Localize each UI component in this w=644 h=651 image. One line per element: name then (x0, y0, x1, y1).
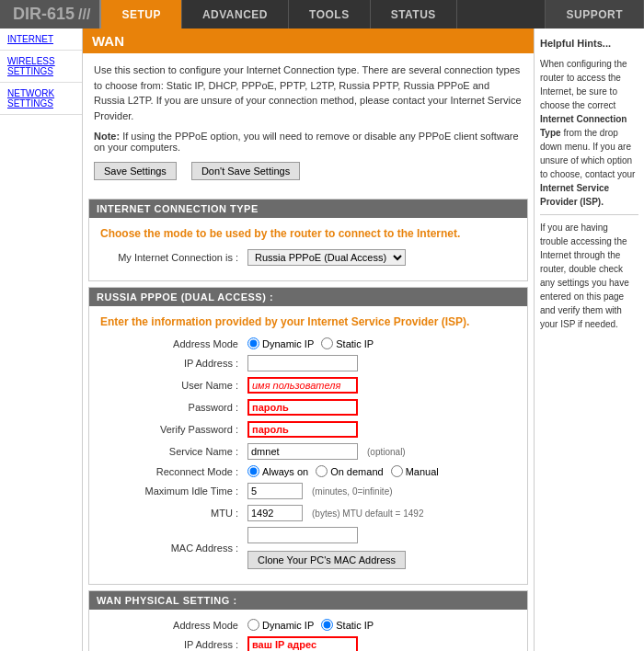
tab-status[interactable]: STATUS (371, 0, 457, 29)
pppoe-reconnect-label: Reconnect Mode : (100, 466, 247, 477)
wps-ip-input[interactable] (247, 636, 358, 651)
pppoe-address-mode-label: Address Mode (100, 338, 247, 349)
connection-type-label: My Internet Connection is : (100, 252, 247, 263)
pppoe-verify-password-label: Verify Password : (100, 424, 247, 435)
pppoe-password-input[interactable] (247, 399, 358, 416)
ict-section-header: INTERNET CONNECTION TYPE (89, 200, 527, 218)
wps-address-mode-label: Address Mode (100, 620, 247, 631)
note-text: Note: If using the PPPoE option, you wil… (94, 131, 523, 153)
dont-save-settings-button[interactable]: Don't Save Settings (191, 162, 300, 180)
device-logo-lines: /// (78, 6, 90, 23)
sidebar-item-network[interactable]: NETWORK SETTINGS (0, 83, 82, 115)
wps-static-radio[interactable]: Static IP (321, 619, 374, 631)
support-panel: Helpful Hints... When configuring the ro… (534, 29, 644, 651)
pppoe-username-input[interactable] (247, 377, 358, 394)
pppoe-username-label: User Name : (100, 380, 247, 391)
save-settings-button[interactable]: Save Settings (94, 162, 177, 180)
pppoe-mtu-input[interactable] (247, 505, 303, 521)
reconnect-always-radio[interactable]: Always on (247, 465, 308, 477)
pppoe-ip-input[interactable] (247, 355, 358, 371)
wps-dynamic-radio[interactable]: Dynamic IP (247, 619, 314, 631)
wps-section-header: WAN PHYSICAL SETTING : (89, 591, 527, 610)
clone-mac-button[interactable]: Clone Your PC's MAC Address (247, 551, 406, 569)
support-text2: If you are having trouble accessing the … (540, 221, 638, 331)
sidebar-item-wireless[interactable]: WIRELESS SETTINGS (0, 51, 82, 83)
pppoe-mac-input[interactable] (247, 527, 358, 543)
reconnect-demand-radio[interactable]: On demand (316, 465, 383, 477)
support-text: When configuring the router to access th… (540, 57, 638, 209)
device-model: DIR-615 (13, 5, 75, 24)
reconnect-manual-radio[interactable]: Manual (391, 465, 439, 477)
sidebar-item-internet[interactable]: INTERNET (0, 29, 82, 51)
pppoe-idle-time-label: Maximum Idle Time : (100, 485, 247, 497)
pppoe-dynamic-ip-radio[interactable]: Dynamic IP (247, 337, 314, 349)
pppoe-title: Enter the information provided by your I… (100, 315, 516, 328)
connection-type-select[interactable]: Russia PPPoE (Dual Access) Static IP DHC… (247, 249, 406, 266)
tab-setup[interactable]: SETUP (101, 0, 182, 29)
pppoe-idle-time-input[interactable] (247, 483, 303, 499)
info-text: Use this section to configure your Inter… (94, 63, 523, 123)
tab-tools[interactable]: TooLs (289, 0, 371, 29)
pppoe-mac-label: MAC Address : (100, 542, 247, 554)
idle-time-hint: (minutes, 0=infinite) (312, 486, 393, 497)
service-name-optional: (optional) (367, 447, 406, 457)
tab-advanced[interactable]: ADVANCED (182, 0, 289, 29)
pppoe-service-name-input[interactable] (247, 443, 358, 460)
ict-title: Choose the mode to be used by the router… (100, 227, 516, 240)
device-logo: DIR-615 /// (0, 0, 101, 29)
pppoe-ip-label: IP Address : (100, 358, 247, 369)
pppoe-mtu-label: MTU : (100, 508, 247, 519)
pppoe-service-name-label: Service Name : (100, 446, 247, 457)
pppoe-static-ip-radio[interactable]: Static IP (321, 337, 374, 349)
mtu-hint: (bytes) MTU default = 1492 (312, 508, 423, 519)
wan-title: WAN (83, 29, 534, 53)
pppoe-verify-password-input[interactable] (247, 421, 358, 438)
note-label: Note: (94, 131, 120, 142)
pppoe-password-label: Password : (100, 402, 247, 413)
pppoe-section-header: RUSSIA PPPOE (DUAL ACCESS) : (89, 288, 527, 306)
wps-ip-label: IP Address : (100, 639, 247, 650)
tab-support[interactable]: SUPPORT (545, 0, 644, 29)
support-title: Helpful Hints... (540, 36, 638, 51)
